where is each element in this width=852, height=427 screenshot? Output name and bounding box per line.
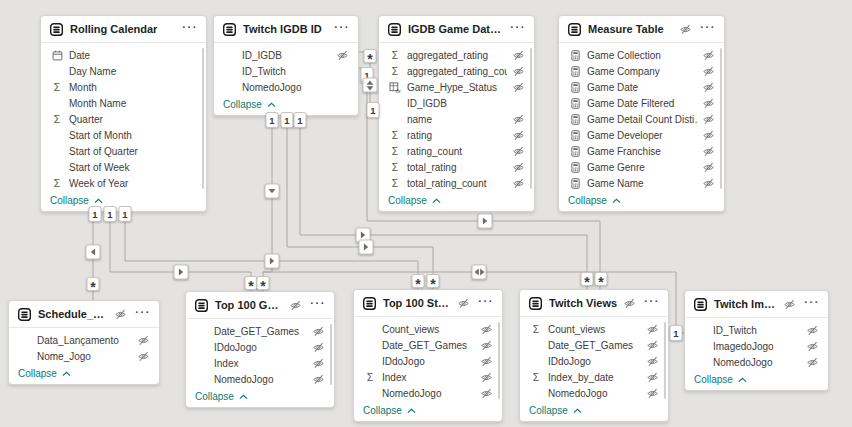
field-row[interactable]: Σaggregated_rating [379, 47, 534, 63]
field-row[interactable]: NomedoJogo [685, 354, 828, 370]
field-row[interactable]: ΣWeek of Year [41, 175, 206, 191]
collapse-button[interactable]: Collapse [559, 192, 724, 211]
table-card-twitch-image[interactable]: Twitch Image···ID_TwitchImagedoJogoNomed… [684, 290, 829, 391]
field-row[interactable]: Game Date [559, 79, 724, 95]
table-card-measure-table[interactable]: Measure Table···Game CollectionGame Comp… [558, 15, 725, 212]
field-row[interactable]: ΣCount_views [520, 321, 668, 337]
filter-direction-down-icon[interactable] [265, 184, 280, 199]
field-row[interactable]: Date_GET_Games [520, 337, 668, 353]
filter-direction-right-icon[interactable] [174, 265, 189, 280]
more-options-button[interactable]: ··· [135, 309, 151, 320]
field-row[interactable]: ID_Twitch [685, 322, 828, 338]
more-options-button[interactable]: ··· [334, 24, 350, 35]
cardinality-one-marker[interactable]: 1 [119, 206, 132, 222]
table-card-top-100-games-twitch[interactable]: Top 100 Games Twi…···Date_GET_GamesIDdoJ… [185, 291, 335, 408]
field-row[interactable]: NomedoJogo [520, 385, 668, 401]
more-options-button[interactable]: ··· [182, 24, 198, 35]
field-row[interactable]: IDdoJogo [354, 353, 502, 369]
field-row[interactable]: Σrating [379, 127, 534, 143]
collapse-button[interactable]: Collapse [379, 192, 534, 211]
field-row[interactable]: name [379, 111, 534, 127]
more-options-button[interactable]: ··· [310, 300, 326, 311]
field-row[interactable]: ImagedoJogo [685, 338, 828, 354]
table-header[interactable]: Twitch Views··· [520, 290, 668, 317]
collapse-button[interactable]: Collapse [354, 402, 502, 421]
field-row[interactable]: Day Name [41, 63, 206, 79]
cardinality-many-marker[interactable]: * [427, 274, 440, 288]
field-row[interactable]: Month Name [41, 95, 206, 111]
table-scrollbar[interactable] [720, 48, 723, 189]
field-row[interactable]: Game Date Filtered [559, 95, 724, 111]
field-row[interactable]: ΣMonth [41, 79, 206, 95]
field-row[interactable]: Game Franchise [559, 143, 724, 159]
field-row[interactable]: ID_Twitch [214, 63, 358, 79]
bidirectional-filter-icon[interactable] [472, 265, 487, 280]
cardinality-one-marker[interactable]: 1 [89, 206, 102, 222]
field-row[interactable]: fxGame_Hype_Status [379, 79, 534, 95]
cardinality-one-marker[interactable]: 1 [670, 325, 683, 341]
field-row[interactable]: ΣIndex_by_date [520, 369, 668, 385]
collapse-button[interactable]: Collapse [685, 371, 828, 390]
field-row[interactable]: ΣQuarter [41, 111, 206, 127]
filter-direction-left-icon[interactable] [86, 245, 101, 260]
more-options-button[interactable]: ··· [804, 299, 820, 310]
field-row[interactable]: Index [186, 355, 334, 371]
field-row[interactable]: Game Name [559, 175, 724, 191]
table-header[interactable]: Top 100 Games Twi…··· [186, 292, 334, 319]
table-card-igdb-game-database[interactable]: IGDB Game Database···Σaggregated_ratingΣ… [378, 15, 535, 212]
collapse-button[interactable]: Collapse [520, 402, 668, 421]
field-row[interactable]: NomedoJogo [214, 79, 358, 95]
table-scrollbar[interactable] [530, 48, 533, 189]
bidirectional-filter-icon[interactable] [363, 78, 378, 93]
cardinality-many-marker[interactable]: * [257, 276, 270, 290]
field-row[interactable]: ΣIndex [354, 369, 502, 385]
cardinality-many-marker[interactable]: * [87, 277, 100, 291]
field-row[interactable]: NomedoJogo [354, 385, 502, 401]
model-view-canvas[interactable]: Rolling Calendar···DateDay NameΣMonthMon… [0, 0, 852, 427]
table-card-rolling-calendar[interactable]: Rolling Calendar···DateDay NameΣMonthMon… [40, 15, 207, 212]
cardinality-one-marker[interactable]: 1 [266, 112, 279, 128]
field-row[interactable]: Game Collection [559, 47, 724, 63]
field-row[interactable]: ID_IGDB [379, 95, 534, 111]
field-row[interactable]: Start of Month [41, 127, 206, 143]
table-header[interactable]: Top 100 Streams Tw…··· [354, 290, 502, 317]
table-card-top-100-streams-twitch[interactable]: Top 100 Streams Tw…···Count_viewsDate_GE… [353, 289, 503, 422]
table-header[interactable]: Twitch Image··· [685, 291, 828, 318]
field-row[interactable]: Nome_Jogo [9, 348, 159, 364]
field-row[interactable]: Game Genre [559, 159, 724, 175]
cardinality-one-marker[interactable]: 1 [294, 112, 307, 128]
field-row[interactable]: Data_Lançamento [9, 332, 159, 348]
table-header[interactable]: Schedule_2025··· [9, 301, 159, 328]
field-row[interactable]: Date_GET_Games [186, 323, 334, 339]
field-row[interactable]: IDdoJogo [186, 339, 334, 355]
table-header[interactable]: Measure Table··· [559, 16, 724, 43]
field-row[interactable]: Σaggregated_rating_count [379, 63, 534, 79]
table-card-twitch-igdb-id[interactable]: Twitch IGDB ID···ID_IGDBID_TwitchNomedoJ… [213, 15, 359, 116]
table-scrollbar[interactable] [330, 324, 333, 385]
collapse-button[interactable]: Collapse [186, 388, 334, 407]
field-row[interactable]: Date_GET_Games [354, 337, 502, 353]
field-row[interactable]: Σtotal_rating_count [379, 175, 534, 191]
cardinality-one-marker[interactable]: 1 [281, 112, 294, 128]
field-row[interactable]: Start of Week [41, 159, 206, 175]
table-card-twitch-views[interactable]: Twitch Views···ΣCount_viewsDate_GET_Game… [519, 289, 669, 422]
field-row[interactable]: Start of Quarter [41, 143, 206, 159]
table-scrollbar[interactable] [498, 322, 501, 399]
collapse-button[interactable]: Collapse [9, 365, 159, 384]
cardinality-many-marker[interactable]: * [412, 274, 425, 288]
field-row[interactable]: Σtotal_rating [379, 159, 534, 175]
table-header[interactable]: Rolling Calendar··· [41, 16, 206, 43]
cardinality-many-marker[interactable]: * [581, 272, 594, 286]
field-row[interactable]: Σrating_count [379, 143, 534, 159]
table-header[interactable]: IGDB Game Database··· [379, 16, 534, 43]
field-row[interactable]: NomedoJogo [186, 371, 334, 387]
table-header[interactable]: Twitch IGDB ID··· [214, 16, 358, 43]
field-row[interactable]: IDdoJogo [520, 353, 668, 369]
more-options-button[interactable]: ··· [700, 24, 716, 35]
filter-direction-right-icon[interactable] [265, 254, 280, 269]
cardinality-many-marker[interactable]: * [364, 49, 377, 63]
table-scrollbar[interactable] [664, 322, 667, 399]
filter-direction-right-icon[interactable] [478, 214, 493, 229]
field-row[interactable]: Date [41, 47, 206, 63]
field-row[interactable]: Game Detail Count Disti… [559, 111, 724, 127]
